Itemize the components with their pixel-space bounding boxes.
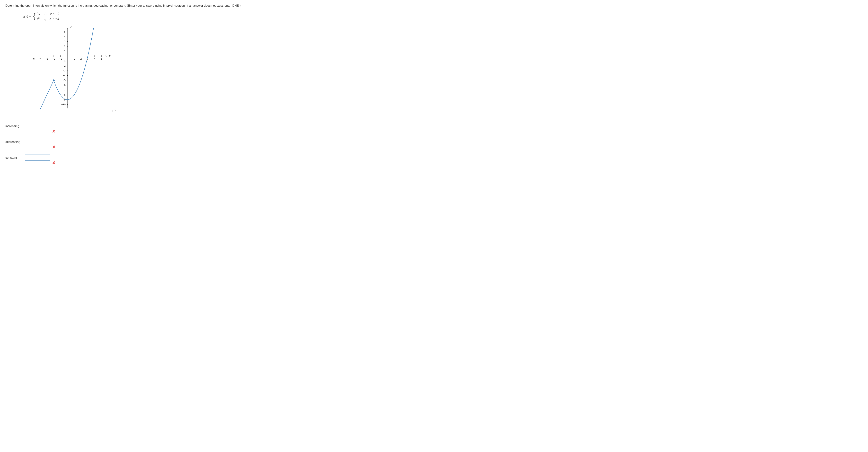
svg-text:−3: −3 [45, 58, 48, 60]
svg-text:−10: −10 [61, 103, 66, 106]
wrong-icon: ✘ [52, 145, 55, 150]
svg-text:−1: −1 [59, 58, 62, 60]
decreasing-label: decreasing [5, 139, 25, 144]
increasing-input[interactable] [25, 123, 50, 129]
formula-prefix: f(x) = [23, 14, 31, 18]
svg-text:−1: −1 [63, 60, 66, 62]
piece1-cond: x ≤ −2 [50, 12, 59, 16]
svg-text:−5: −5 [63, 79, 66, 82]
svg-text:y: y [70, 24, 72, 28]
svg-text:−6: −6 [63, 84, 66, 87]
svg-text:1: 1 [73, 58, 75, 60]
question-text: Determine the open intervals on which th… [5, 4, 863, 8]
answers-section: increasing ✘ decreasing ✘ constant ✘ [5, 123, 863, 165]
piecewise-formula: f(x) = { 3x + 1, x ≤ −2 x2 − 9, x > −2 [23, 12, 863, 21]
constant-label: constant [5, 155, 25, 160]
svg-text:1: 1 [64, 50, 66, 53]
svg-text:−2: −2 [63, 64, 66, 67]
svg-text:−3: −3 [63, 69, 66, 72]
info-icon[interactable]: i [112, 109, 116, 112]
svg-text:4: 4 [64, 35, 66, 38]
svg-text:5: 5 [101, 58, 102, 60]
svg-text:−8: −8 [63, 94, 66, 96]
wrong-icon: ✘ [52, 161, 55, 165]
svg-text:−4: −4 [63, 74, 66, 77]
svg-text:−7: −7 [63, 89, 66, 92]
wrong-icon: ✘ [52, 129, 55, 134]
constant-row: constant ✘ [5, 155, 863, 165]
increasing-row: increasing ✘ [5, 123, 863, 134]
function-plot: xy−5−4−3−2−112345−10−9−8−7−6−5−4−3−2−112… [23, 24, 112, 114]
svg-text:2: 2 [80, 58, 82, 60]
decreasing-input[interactable] [25, 139, 50, 145]
svg-text:5: 5 [64, 31, 66, 33]
svg-text:x: x [109, 54, 111, 58]
svg-text:3: 3 [64, 40, 66, 43]
svg-text:−4: −4 [39, 58, 41, 60]
svg-text:−2: −2 [52, 58, 55, 60]
decreasing-row: decreasing ✘ [5, 139, 863, 150]
svg-text:4: 4 [94, 58, 95, 60]
svg-text:2: 2 [64, 45, 66, 48]
svg-text:−5: −5 [32, 58, 35, 60]
piece2-expr: x2 − 9, [37, 17, 46, 21]
increasing-label: increasing [5, 123, 25, 128]
graph-container: xy−5−4−3−2−112345−10−9−8−7−6−5−4−3−2−112… [23, 24, 863, 118]
brace-icon: { [32, 13, 36, 20]
constant-input[interactable] [25, 155, 50, 161]
piece1-expr: 3x + 1, [37, 12, 47, 16]
piece2-cond: x > −2 [50, 17, 59, 21]
